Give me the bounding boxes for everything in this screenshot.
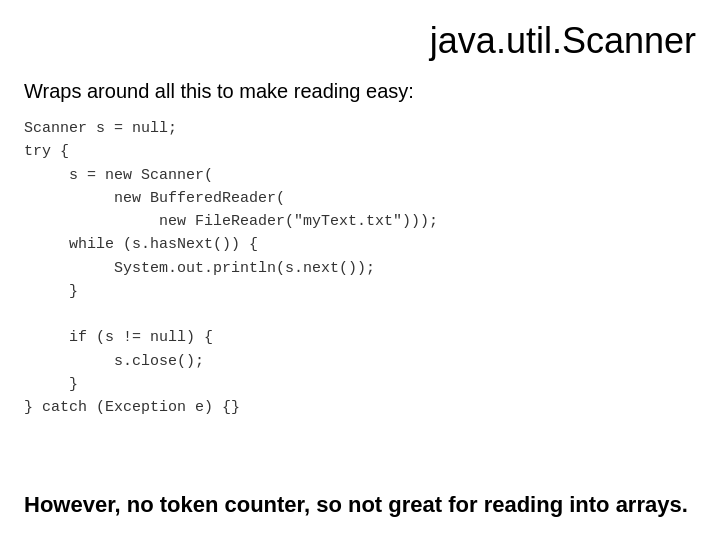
code-line-6: while (s.hasNext()) {	[24, 236, 258, 253]
code-line-13: } catch (Exception e) {}	[24, 399, 240, 416]
subtitle-text: Wraps around all this to make reading ea…	[24, 80, 696, 103]
code-line-8: }	[24, 283, 78, 300]
code-line-11: s.close();	[24, 353, 204, 370]
footer-text: However, no token counter, so not great …	[24, 492, 696, 518]
code-line-3: s = new Scanner(	[24, 167, 213, 184]
code-line-5: new FileReader("myText.txt")));	[24, 213, 438, 230]
code-line-1: Scanner s = null;	[24, 120, 177, 137]
code-line-4: new BufferedReader(	[24, 190, 285, 207]
code-line-10: if (s != null) {	[24, 329, 213, 346]
code-line-12: }	[24, 376, 78, 393]
code-line-2: try {	[24, 143, 69, 160]
code-block: Scanner s = null; try { s = new Scanner(…	[24, 117, 696, 419]
main-page: java.util.Scanner Wraps around all this …	[0, 0, 720, 540]
page-title: java.util.Scanner	[24, 20, 696, 62]
code-line-7: System.out.println(s.next());	[24, 260, 375, 277]
